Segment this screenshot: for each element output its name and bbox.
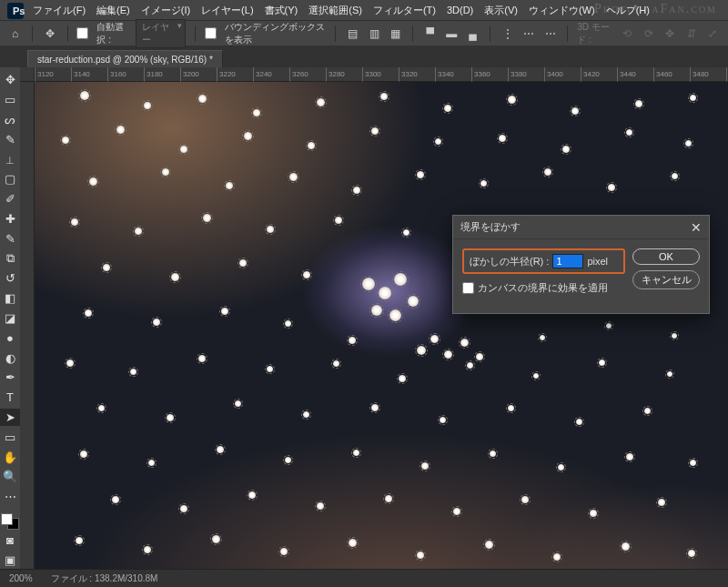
canvas[interactable]	[35, 82, 728, 569]
more-icon[interactable]: ⋯	[542, 24, 558, 44]
star-selection	[453, 508, 460, 515]
star-selection	[239, 259, 247, 267]
brush-tool-icon[interactable]: ✎	[0, 229, 20, 248]
shape-tool-icon[interactable]: ▭	[0, 428, 20, 446]
marquee-tool-icon[interactable]: ▭	[0, 91, 20, 109]
star-selection	[444, 350, 452, 359]
3d-slide-icon: ⇵	[683, 24, 699, 44]
menu-filter[interactable]: フィルター(T)	[368, 4, 441, 17]
star-selection	[212, 535, 220, 543]
cancel-button[interactable]: キャンセル	[632, 270, 700, 289]
distribute-h-icon[interactable]: ⋮	[500, 24, 515, 44]
pen-tool-icon[interactable]: ✒	[0, 369, 20, 387]
ruler-horizontal[interactable]: 3120314031603180320032203240326032803300…	[20, 67, 728, 82]
healing-brush-tool-icon[interactable]: ✚	[0, 210, 20, 228]
star-selection	[399, 375, 406, 382]
star-selection	[335, 217, 342, 224]
blur-tool-icon[interactable]: ●	[0, 329, 20, 347]
history-brush-tool-icon[interactable]: ↺	[0, 269, 20, 288]
menu-edit[interactable]: 編集(E)	[91, 4, 136, 17]
align-right-icon[interactable]: ▦	[388, 24, 403, 44]
star-selection	[690, 460, 696, 466]
star-selection	[62, 137, 69, 144]
radius-input[interactable]	[552, 254, 583, 268]
document-tab[interactable]: star-reduction.psd @ 200% (sky, RGB/16) …	[27, 50, 223, 67]
star-selection	[371, 305, 382, 316]
menu-3d[interactable]: 3D(D)	[441, 5, 479, 15]
hand-tool-icon[interactable]: ✋	[0, 448, 20, 466]
star-selection	[408, 296, 419, 307]
watermark: PhotograFan.com	[594, 2, 717, 16]
gradient-tool-icon[interactable]: ◪	[0, 309, 20, 328]
star-selection	[435, 138, 441, 145]
menu-layer[interactable]: レイヤー(L)	[196, 4, 258, 17]
align-bottom-icon[interactable]: ▄	[465, 24, 480, 44]
radius-label: ぼかしの半径(R) :	[470, 255, 549, 268]
menu-view[interactable]: 表示(V)	[479, 4, 523, 17]
menu-image[interactable]: イメージ(I)	[136, 4, 196, 17]
crop-tool-icon[interactable]: ⟂	[0, 150, 20, 168]
ruler-tick: 3400	[544, 67, 581, 82]
star-selection	[103, 264, 110, 271]
star-selection	[198, 95, 207, 103]
star-selection	[667, 371, 672, 377]
color-swatch[interactable]	[1, 513, 19, 530]
ok-button[interactable]: OK	[632, 248, 700, 265]
align-top-icon[interactable]: ▀	[422, 24, 438, 44]
menu-select[interactable]: 選択範囲(S)	[303, 4, 368, 17]
home-icon[interactable]: ⌂	[7, 24, 23, 44]
star-selection	[244, 132, 252, 140]
ruler-tick: 3180	[144, 67, 180, 82]
ruler-tick: 3240	[253, 67, 289, 82]
star-selection	[71, 218, 78, 226]
star-selection	[490, 450, 496, 457]
type-tool-icon[interactable]: T	[0, 389, 20, 407]
star-selection	[162, 168, 169, 176]
eraser-tool-icon[interactable]: ◧	[0, 289, 20, 308]
move-tool-icon[interactable]: ✥	[0, 71, 20, 89]
star-selection	[226, 182, 233, 189]
quickmask-icon[interactable]: ◙	[0, 531, 20, 550]
menu-window[interactable]: ウィンドウ(W)	[523, 4, 601, 17]
dodge-tool-icon[interactable]: ◐	[0, 349, 20, 367]
auto-select-target-dropdown[interactable]: レイヤー	[136, 19, 187, 48]
star-selection	[180, 505, 187, 512]
ruler-tick: 3420	[581, 67, 617, 82]
star-selection	[285, 457, 291, 463]
star-selection	[608, 184, 615, 191]
zoom-tool-icon[interactable]: 🔍	[0, 468, 20, 486]
mode3d-label: 3D モード :	[577, 21, 614, 46]
ruler-vertical[interactable]	[20, 82, 35, 569]
align-center-h-icon[interactable]: ▥	[366, 24, 381, 44]
align-middle-icon[interactable]: ▬	[443, 24, 459, 44]
star-selection	[403, 229, 410, 236]
clone-stamp-tool-icon[interactable]: ⧉	[0, 249, 20, 268]
screenmode-icon[interactable]: ▣	[0, 551, 20, 569]
star-selection	[417, 171, 424, 178]
eyedropper-tool-icon[interactable]: ✐	[0, 190, 20, 208]
toolbox: ✥ ▭ ᔕ ✎ ⟂ ▢ ✐ ✚ ✎ ⧉ ↺ ◧ ◪ ● ◐ ✒ T ➤ ▭ ✋ …	[0, 67, 20, 569]
lasso-tool-icon[interactable]: ᔕ	[0, 111, 20, 129]
auto-select-checkbox[interactable]	[76, 27, 88, 39]
show-bbox-checkbox[interactable]	[205, 27, 217, 39]
star-selection	[499, 135, 506, 142]
apply-canvas-checkbox[interactable]	[462, 282, 474, 294]
edit-toolbar-icon[interactable]: ⋯	[0, 488, 20, 506]
star-selection	[635, 100, 642, 107]
path-select-tool-icon[interactable]: ➤	[0, 409, 20, 427]
star-selection	[480, 180, 487, 187]
3d-scale-icon: ⤢	[705, 24, 721, 44]
menu-file[interactable]: ファイル(F)	[27, 4, 91, 17]
zoom-indicator[interactable]: 200%	[9, 573, 33, 583]
quick-select-tool-icon[interactable]: ✎	[0, 130, 20, 148]
menu-type[interactable]: 書式(Y)	[259, 4, 304, 17]
distribute-v-icon[interactable]: ⋯	[521, 24, 537, 44]
auto-select-label: 自動選択 :	[96, 21, 129, 46]
ruler-tick: 3320	[399, 67, 435, 82]
align-left-icon[interactable]: ▤	[345, 24, 360, 44]
star-selection	[444, 105, 451, 112]
close-icon[interactable]: ✕	[691, 220, 702, 235]
star-selection	[217, 446, 224, 453]
star-selection	[385, 495, 392, 502]
frame-tool-icon[interactable]: ▢	[0, 170, 20, 188]
